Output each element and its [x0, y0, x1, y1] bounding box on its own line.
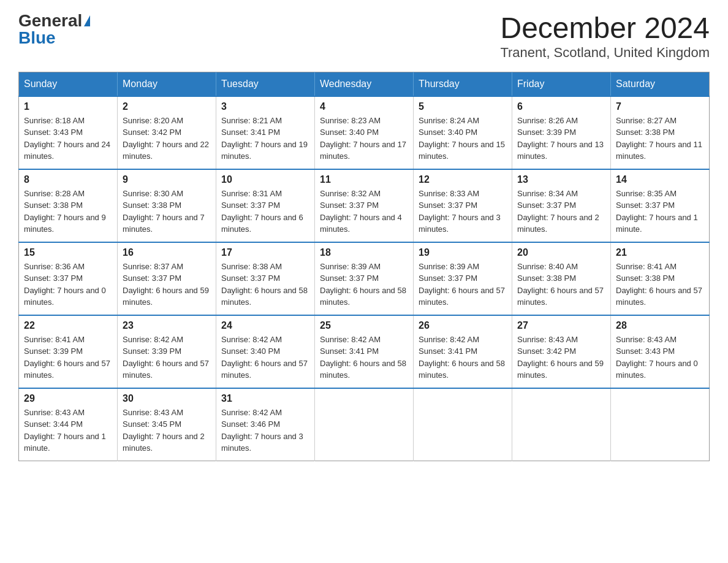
calendar-header-row: SundayMondayTuesdayWednesdayThursdayFrid…: [19, 72, 710, 96]
day-info: Sunrise: 8:27 AMSunset: 3:38 PMDaylight:…: [616, 116, 702, 161]
day-info: Sunrise: 8:40 AMSunset: 3:38 PMDaylight:…: [517, 262, 604, 307]
calendar-day-cell: 19 Sunrise: 8:39 AMSunset: 3:37 PMDaylig…: [414, 242, 512, 315]
day-info: Sunrise: 8:34 AMSunset: 3:37 PMDaylight:…: [517, 189, 599, 234]
day-info: Sunrise: 8:42 AMSunset: 3:41 PMDaylight:…: [320, 335, 406, 380]
day-number: 18: [320, 247, 408, 258]
day-info: Sunrise: 8:38 AMSunset: 3:37 PMDaylight:…: [221, 262, 308, 307]
day-info: Sunrise: 8:21 AMSunset: 3:41 PMDaylight:…: [221, 116, 308, 161]
day-number: 6: [517, 101, 605, 112]
calendar-day-cell: 3 Sunrise: 8:21 AMSunset: 3:41 PMDayligh…: [216, 96, 315, 169]
logo: General Blue: [18, 12, 90, 47]
calendar-day-cell: 21 Sunrise: 8:41 AMSunset: 3:38 PMDaylig…: [611, 242, 710, 315]
day-info: Sunrise: 8:32 AMSunset: 3:37 PMDaylight:…: [320, 189, 402, 234]
day-number: 27: [517, 320, 605, 331]
day-header-saturday: Saturday: [611, 72, 710, 96]
day-number: 2: [123, 101, 211, 112]
calendar-day-cell: 16 Sunrise: 8:37 AMSunset: 3:37 PMDaylig…: [118, 242, 216, 315]
day-number: 30: [123, 393, 211, 404]
day-number: 16: [123, 247, 211, 258]
calendar-day-cell: 1 Sunrise: 8:18 AMSunset: 3:43 PMDayligh…: [19, 96, 118, 169]
calendar-day-cell: 7 Sunrise: 8:27 AMSunset: 3:38 PMDayligh…: [611, 96, 710, 169]
day-info: Sunrise: 8:43 AMSunset: 3:45 PMDaylight:…: [123, 408, 205, 453]
day-info: Sunrise: 8:39 AMSunset: 3:37 PMDaylight:…: [419, 262, 505, 307]
calendar-day-cell: 8 Sunrise: 8:28 AMSunset: 3:38 PMDayligh…: [19, 169, 118, 242]
day-number: 17: [221, 247, 309, 258]
calendar-empty-cell: [512, 388, 611, 461]
calendar-table: SundayMondayTuesdayWednesdayThursdayFrid…: [18, 72, 710, 461]
day-info: Sunrise: 8:33 AMSunset: 3:37 PMDaylight:…: [419, 189, 501, 234]
calendar-empty-cell: [414, 388, 512, 461]
day-info: Sunrise: 8:42 AMSunset: 3:40 PMDaylight:…: [221, 335, 308, 380]
day-info: Sunrise: 8:18 AMSunset: 3:43 PMDaylight:…: [24, 116, 110, 161]
day-number: 28: [616, 320, 704, 331]
day-number: 29: [24, 393, 112, 404]
day-info: Sunrise: 8:43 AMSunset: 3:42 PMDaylight:…: [517, 335, 604, 380]
day-number: 15: [24, 247, 112, 258]
calendar-day-cell: 10 Sunrise: 8:31 AMSunset: 3:37 PMDaylig…: [216, 169, 315, 242]
day-number: 31: [221, 393, 309, 404]
day-number: 26: [419, 320, 507, 331]
day-info: Sunrise: 8:26 AMSunset: 3:39 PMDaylight:…: [517, 116, 604, 161]
calendar-day-cell: 27 Sunrise: 8:43 AMSunset: 3:42 PMDaylig…: [512, 315, 611, 388]
day-info: Sunrise: 8:36 AMSunset: 3:37 PMDaylight:…: [24, 262, 106, 307]
day-info: Sunrise: 8:42 AMSunset: 3:39 PMDaylight:…: [123, 335, 209, 380]
day-info: Sunrise: 8:31 AMSunset: 3:37 PMDaylight:…: [221, 189, 303, 234]
logo-triangle-icon: [84, 15, 90, 26]
day-info: Sunrise: 8:24 AMSunset: 3:40 PMDaylight:…: [419, 116, 505, 161]
day-number: 9: [123, 174, 211, 185]
day-header-tuesday: Tuesday: [216, 72, 315, 96]
day-number: 24: [221, 320, 309, 331]
calendar-day-cell: 18 Sunrise: 8:39 AMSunset: 3:37 PMDaylig…: [315, 242, 414, 315]
calendar-day-cell: 26 Sunrise: 8:42 AMSunset: 3:41 PMDaylig…: [414, 315, 512, 388]
day-number: 20: [517, 247, 605, 258]
logo-general: General: [18, 12, 82, 29]
calendar-day-cell: 17 Sunrise: 8:38 AMSunset: 3:37 PMDaylig…: [216, 242, 315, 315]
calendar-day-cell: 11 Sunrise: 8:32 AMSunset: 3:37 PMDaylig…: [315, 169, 414, 242]
day-number: 19: [419, 247, 507, 258]
day-number: 25: [320, 320, 408, 331]
page-header: General Blue December 2024 Tranent, Scot…: [18, 12, 710, 61]
month-title: December 2024: [500, 12, 710, 45]
day-header-wednesday: Wednesday: [315, 72, 414, 96]
calendar-day-cell: 4 Sunrise: 8:23 AMSunset: 3:40 PMDayligh…: [315, 96, 414, 169]
calendar-day-cell: 14 Sunrise: 8:35 AMSunset: 3:37 PMDaylig…: [611, 169, 710, 242]
day-number: 10: [221, 174, 309, 185]
day-number: 5: [419, 101, 507, 112]
calendar-day-cell: 15 Sunrise: 8:36 AMSunset: 3:37 PMDaylig…: [19, 242, 118, 315]
day-number: 3: [221, 101, 309, 112]
day-number: 23: [123, 320, 211, 331]
day-info: Sunrise: 8:28 AMSunset: 3:38 PMDaylight:…: [24, 189, 106, 234]
calendar-day-cell: 29 Sunrise: 8:43 AMSunset: 3:44 PMDaylig…: [19, 388, 118, 461]
calendar-empty-cell: [611, 388, 710, 461]
calendar-day-cell: 25 Sunrise: 8:42 AMSunset: 3:41 PMDaylig…: [315, 315, 414, 388]
calendar-day-cell: 13 Sunrise: 8:34 AMSunset: 3:37 PMDaylig…: [512, 169, 611, 242]
day-info: Sunrise: 8:35 AMSunset: 3:37 PMDaylight:…: [616, 189, 698, 234]
day-number: 13: [517, 174, 605, 185]
day-number: 21: [616, 247, 704, 258]
day-number: 8: [24, 174, 112, 185]
day-header-monday: Monday: [118, 72, 216, 96]
day-number: 7: [616, 101, 704, 112]
calendar-day-cell: 9 Sunrise: 8:30 AMSunset: 3:38 PMDayligh…: [118, 169, 216, 242]
calendar-day-cell: 23 Sunrise: 8:42 AMSunset: 3:39 PMDaylig…: [118, 315, 216, 388]
day-info: Sunrise: 8:42 AMSunset: 3:41 PMDaylight:…: [419, 335, 505, 380]
day-header-sunday: Sunday: [19, 72, 118, 96]
day-number: 4: [320, 101, 408, 112]
day-number: 14: [616, 174, 704, 185]
calendar-week-row: 15 Sunrise: 8:36 AMSunset: 3:37 PMDaylig…: [19, 242, 710, 315]
day-number: 11: [320, 174, 408, 185]
day-info: Sunrise: 8:43 AMSunset: 3:43 PMDaylight:…: [616, 335, 698, 380]
day-info: Sunrise: 8:41 AMSunset: 3:39 PMDaylight:…: [24, 335, 110, 380]
calendar-day-cell: 12 Sunrise: 8:33 AMSunset: 3:37 PMDaylig…: [414, 169, 512, 242]
calendar-day-cell: 22 Sunrise: 8:41 AMSunset: 3:39 PMDaylig…: [19, 315, 118, 388]
logo-blue: Blue: [18, 29, 56, 47]
day-info: Sunrise: 8:39 AMSunset: 3:37 PMDaylight:…: [320, 262, 406, 307]
location-title: Tranent, Scotland, United Kingdom: [500, 45, 710, 61]
day-info: Sunrise: 8:23 AMSunset: 3:40 PMDaylight:…: [320, 116, 406, 161]
day-number: 22: [24, 320, 112, 331]
calendar-day-cell: 2 Sunrise: 8:20 AMSunset: 3:42 PMDayligh…: [118, 96, 216, 169]
day-info: Sunrise: 8:41 AMSunset: 3:38 PMDaylight:…: [616, 262, 702, 307]
calendar-day-cell: 31 Sunrise: 8:42 AMSunset: 3:46 PMDaylig…: [216, 388, 315, 461]
calendar-day-cell: 5 Sunrise: 8:24 AMSunset: 3:40 PMDayligh…: [414, 96, 512, 169]
calendar-day-cell: 24 Sunrise: 8:42 AMSunset: 3:40 PMDaylig…: [216, 315, 315, 388]
